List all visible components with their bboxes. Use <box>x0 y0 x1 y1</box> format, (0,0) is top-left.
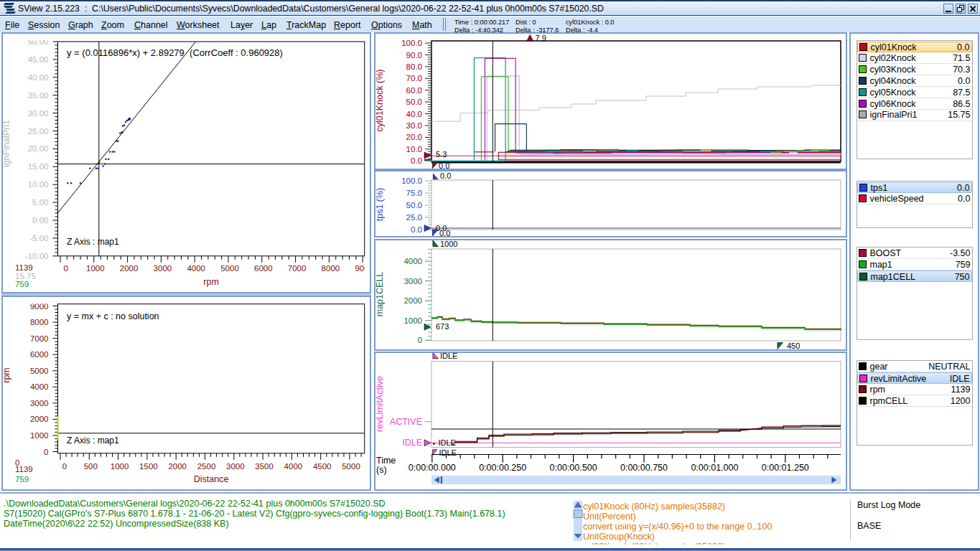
svg-text:3000: 3000 <box>403 277 422 286</box>
svg-text:Z Axis : map1: Z Axis : map1 <box>67 237 119 247</box>
svg-text:4000: 4000 <box>30 382 49 391</box>
svg-text:revLimitActive: revLimitActive <box>375 376 385 432</box>
svg-text:tps1 (%): tps1 (%) <box>375 188 385 222</box>
svg-text:673: 673 <box>436 322 449 331</box>
svg-text:2000: 2000 <box>120 264 139 273</box>
svg-text:0.0: 0.0 <box>439 229 450 237</box>
svg-text:6000: 6000 <box>254 264 273 273</box>
svg-text:rpm: rpm <box>203 277 219 287</box>
svg-text:30.00: 30.00 <box>28 109 49 118</box>
svg-text:0: 0 <box>44 448 48 456</box>
svg-text:3000: 3000 <box>30 399 49 408</box>
svg-text:25.00: 25.00 <box>28 127 49 136</box>
svg-text:0: 0 <box>62 462 67 471</box>
svg-text:5.3: 5.3 <box>436 150 447 159</box>
svg-text:0.0: 0.0 <box>411 225 422 234</box>
svg-text:(s): (s) <box>376 465 387 475</box>
svg-text:0:00:00.750: 0:00:00.750 <box>620 463 668 473</box>
svg-text:6000: 6000 <box>30 350 49 359</box>
svg-text:5000: 5000 <box>342 462 360 471</box>
svg-text:1000: 1000 <box>403 316 422 325</box>
svg-text:100.0: 100.0 <box>401 176 422 185</box>
svg-text:2000: 2000 <box>403 296 422 305</box>
svg-text:4000: 4000 <box>187 264 205 273</box>
svg-text:ignFinalPri1: ignFinalPri1 <box>1 120 11 167</box>
svg-text:2000: 2000 <box>30 415 49 423</box>
svg-text:4000: 4000 <box>403 257 422 265</box>
svg-text:-10.00: -10.00 <box>25 252 49 260</box>
svg-text:75.0: 75.0 <box>406 189 422 197</box>
svg-text:4500: 4500 <box>313 462 332 471</box>
svg-text:8000: 8000 <box>30 318 49 326</box>
svg-text:450: 450 <box>787 342 800 350</box>
svg-text:1000: 1000 <box>86 264 105 273</box>
svg-text:IDLE: IDLE <box>440 352 457 360</box>
svg-text:25.0: 25.0 <box>406 213 422 222</box>
svg-text:15.00: 15.00 <box>28 162 49 171</box>
svg-text:3000: 3000 <box>226 462 245 471</box>
svg-text:0:00:00.250: 0:00:00.250 <box>479 463 526 473</box>
svg-text:70.0: 70.0 <box>406 74 422 83</box>
svg-text:15.75: 15.75 <box>15 272 36 281</box>
svg-text:rpm: rpm <box>1 367 11 383</box>
svg-text:5.00: 5.00 <box>32 198 48 207</box>
svg-text:50.0: 50.0 <box>406 98 422 106</box>
svg-text:0.00: 0.00 <box>32 216 48 225</box>
svg-text:100.0: 100.0 <box>401 39 422 47</box>
svg-text:4000: 4000 <box>284 462 303 471</box>
svg-text:759: 759 <box>15 475 29 484</box>
svg-text:1000: 1000 <box>440 240 457 248</box>
svg-text:1000: 1000 <box>30 431 49 440</box>
svg-text:ACTIVE: ACTIVE <box>390 417 422 427</box>
svg-text:0.0: 0.0 <box>411 156 422 165</box>
svg-text:10.00: 10.00 <box>28 180 49 189</box>
svg-text:1139: 1139 <box>15 263 33 272</box>
svg-text:7.9: 7.9 <box>536 34 546 42</box>
svg-text:20.0: 20.0 <box>406 133 422 141</box>
svg-text:7000: 7000 <box>30 334 49 343</box>
svg-text:30.0: 30.0 <box>406 121 422 130</box>
svg-text:IDLE: IDLE <box>439 438 456 447</box>
svg-text:0:00:00.000: 0:00:00.000 <box>409 463 456 473</box>
svg-text:cyl01Knock (%): cyl01Knock (%) <box>375 70 385 132</box>
svg-text:0.0: 0.0 <box>439 161 449 170</box>
svg-text:9000: 9000 <box>30 302 49 311</box>
svg-text:-5.00: -5.00 <box>29 234 48 242</box>
svg-text:1500: 1500 <box>139 462 158 471</box>
svg-text:35.00: 35.00 <box>28 91 49 100</box>
svg-text:2500: 2500 <box>197 462 216 471</box>
svg-text:0: 0 <box>418 336 422 344</box>
svg-text:10.0: 10.0 <box>406 145 422 154</box>
svg-text:759: 759 <box>15 280 29 288</box>
svg-text:500: 500 <box>84 462 98 471</box>
svg-text:2000: 2000 <box>168 462 187 471</box>
svg-text:50.00: 50.00 <box>28 37 49 46</box>
svg-text:20.00: 20.00 <box>28 144 49 153</box>
svg-text:Z Axis : map1: Z Axis : map1 <box>67 435 119 446</box>
svg-text:50.0: 50.0 <box>406 201 422 209</box>
svg-text:y = mx + c : no solution: y = mx + c : no solution <box>67 311 159 321</box>
svg-text:0:00:01.250: 0:00:01.250 <box>762 463 809 473</box>
svg-text:0:00:00.500: 0:00:00.500 <box>550 463 597 473</box>
svg-text:3500: 3500 <box>255 462 274 471</box>
svg-text:Time: Time <box>376 456 396 466</box>
svg-text:40.0: 40.0 <box>406 110 422 118</box>
svg-text:0.0: 0.0 <box>440 171 451 180</box>
svg-text:90.0: 90.0 <box>406 51 422 60</box>
svg-text:1139: 1139 <box>15 465 33 474</box>
svg-text:60.0: 60.0 <box>406 86 422 95</box>
svg-text:0: 0 <box>63 264 67 273</box>
svg-text:3000: 3000 <box>154 264 172 273</box>
svg-text:Distance: Distance <box>194 474 229 484</box>
svg-text:map1CELL: map1CELL <box>375 272 385 317</box>
svg-text:7000: 7000 <box>288 264 307 273</box>
svg-text:5000: 5000 <box>30 367 49 375</box>
svg-text:5000: 5000 <box>220 264 239 273</box>
svg-text:8000: 8000 <box>322 264 340 273</box>
svg-text:y = (0.0116896*x) + 2.89279 (: y = (0.0116896*x) + 2.89279 (CorrCoeff :… <box>67 47 283 58</box>
svg-text:0:00:01.000: 0:00:01.000 <box>691 463 738 473</box>
svg-text:45.00: 45.00 <box>28 55 49 64</box>
svg-text:80.0: 80.0 <box>406 62 422 71</box>
svg-text:IDLE: IDLE <box>439 448 457 457</box>
svg-text:IDLE: IDLE <box>402 438 422 448</box>
